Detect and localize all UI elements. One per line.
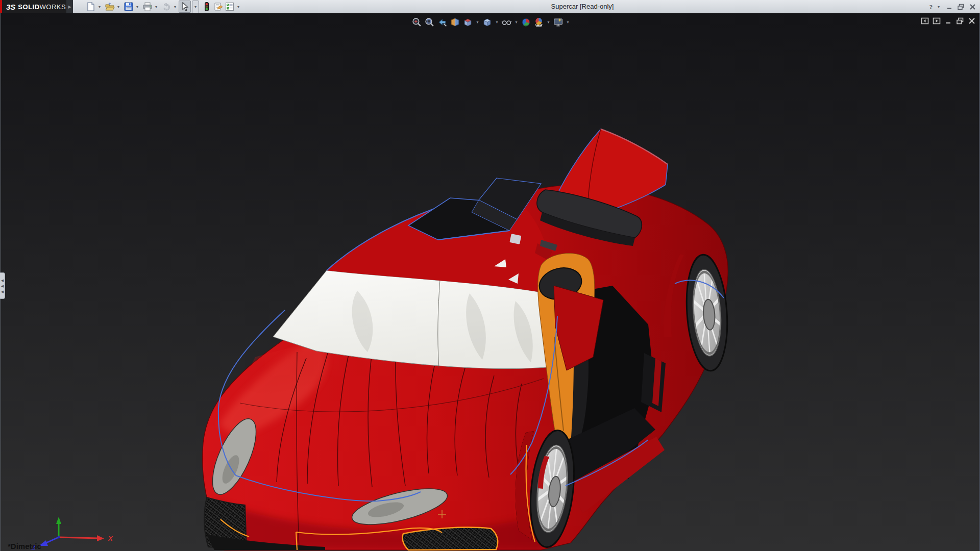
hide-show-items-dropdown[interactable]: ▾ xyxy=(514,17,519,28)
collapse-feature-pane-icon[interactable] xyxy=(921,17,929,25)
previous-view-icon[interactable] xyxy=(437,17,448,28)
heads-up-view-toolbar: ▾ ▾ ▾ xyxy=(411,17,570,28)
new-document-icon[interactable] xyxy=(86,2,96,12)
print-icon[interactable] xyxy=(142,2,153,12)
view-settings-icon[interactable] xyxy=(553,17,564,28)
collapse-arrow-icon: ◀ xyxy=(1,290,4,293)
title-bar: 3S SOLID WORKS ▶ ▾ ▾ ▾ xyxy=(0,0,980,14)
minimize-button[interactable] xyxy=(944,2,954,11)
document-window-controls xyxy=(921,17,976,25)
undo-dropdown[interactable]: ▾ xyxy=(173,5,178,10)
expand-feature-pane-icon[interactable] xyxy=(933,17,941,25)
right-grille xyxy=(402,528,498,550)
logo-red-stripe xyxy=(0,0,2,13)
file-properties-icon[interactable] xyxy=(213,2,224,12)
logo-text-bold: SOLID xyxy=(18,3,39,11)
new-document-dropdown[interactable]: ▾ xyxy=(97,5,102,10)
triad-x-axis: X xyxy=(59,535,113,542)
collapse-arrow-icon: ◀ xyxy=(1,284,4,288)
view-orientation-dropdown[interactable]: ▾ xyxy=(475,17,480,28)
solidworks-logo: 3S SOLID WORKS xyxy=(0,0,66,13)
logo-text-light: WORKS xyxy=(40,3,66,11)
restore-icon xyxy=(958,4,964,10)
save-icon[interactable] xyxy=(124,2,134,12)
svg-text:?: ? xyxy=(929,3,933,11)
solidworks-window: 3S SOLID WORKS ▶ ▾ ▾ ▾ xyxy=(0,0,980,551)
view-settings-dropdown[interactable]: ▾ xyxy=(566,17,570,28)
save-dropdown[interactable]: ▾ xyxy=(135,5,140,10)
rebuild-traffic-light-icon[interactable] xyxy=(202,2,212,12)
window-title: Supercar [Read-only] xyxy=(551,3,614,10)
restore-button[interactable] xyxy=(955,2,966,11)
open-icon[interactable] xyxy=(105,2,115,12)
apply-scene-dropdown[interactable]: ▾ xyxy=(546,17,551,28)
open-dropdown[interactable]: ▾ xyxy=(116,5,121,10)
zoom-to-fit-icon[interactable] xyxy=(411,17,422,28)
hide-show-items-icon[interactable] xyxy=(501,17,512,28)
close-document-icon[interactable] xyxy=(968,17,976,25)
triad-y-axis xyxy=(56,517,61,537)
display-style-dropdown[interactable]: ▾ xyxy=(495,17,499,28)
collapse-arrow-icon: ◀ xyxy=(1,279,4,282)
section-view-icon[interactable] xyxy=(450,17,460,28)
close-icon xyxy=(969,4,976,10)
edit-appearance-icon[interactable] xyxy=(521,17,531,28)
car-body[interactable] xyxy=(203,129,731,550)
supercar-model[interactable] xyxy=(0,13,980,551)
help-dropdown[interactable]: ▾ xyxy=(936,5,941,10)
close-button[interactable] xyxy=(967,2,977,11)
view-orientation-icon[interactable] xyxy=(462,17,473,28)
minimize-document-icon[interactable] xyxy=(944,17,952,25)
zoom-to-area-icon[interactable] xyxy=(424,17,435,28)
logo-mark: 3S xyxy=(6,3,15,11)
x-axis-label: X xyxy=(108,535,113,542)
help-button[interactable]: ? xyxy=(926,2,936,11)
select-dropdown[interactable]: ▾ xyxy=(192,1,199,14)
feature-panel-splitter-handle[interactable]: ◀ ◀ ◀ xyxy=(0,272,5,299)
minimize-icon xyxy=(946,4,952,10)
graphics-area[interactable]: ▾ ▾ ▾ xyxy=(0,13,980,551)
select-cursor-icon[interactable] xyxy=(180,2,190,12)
undo-icon[interactable] xyxy=(161,2,172,12)
help-icon: ? xyxy=(927,3,935,11)
options-icon[interactable] xyxy=(225,2,235,12)
restore-document-icon[interactable] xyxy=(956,17,964,25)
options-dropdown[interactable]: ▾ xyxy=(236,5,241,10)
display-style-icon[interactable] xyxy=(482,17,493,28)
menu-expand-arrow[interactable]: ▶ xyxy=(66,0,73,13)
print-dropdown[interactable]: ▾ xyxy=(154,5,159,10)
view-orientation-name: *Dimetric xyxy=(8,542,41,550)
apply-scene-icon[interactable] xyxy=(533,17,544,28)
